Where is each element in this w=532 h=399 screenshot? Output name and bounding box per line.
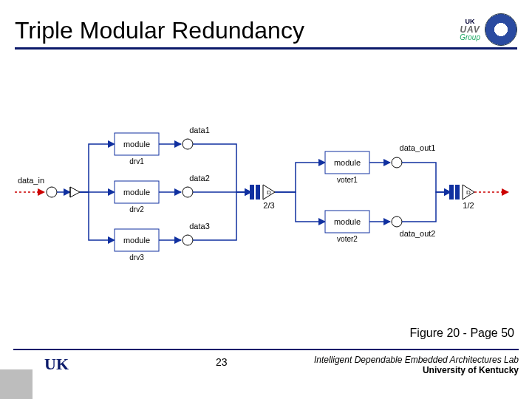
gate-label: 2/3 — [263, 201, 274, 210]
input-node-icon — [47, 187, 57, 197]
module-voter2: module voter2 data_out2 — [325, 211, 435, 243]
gate-label: 1/2 — [463, 201, 474, 210]
signal-label: data_out1 — [400, 143, 436, 152]
title-bar: Triple Modular Redundancy UK UAV Group — [15, 6, 517, 50]
module-label: module — [123, 236, 150, 245]
input-label: data_in — [18, 176, 44, 185]
uav-logo-mid: UAV — [460, 25, 480, 34]
signal-label: data1 — [189, 126, 210, 134]
left-fanout — [80, 144, 115, 240]
svg-rect-13 — [449, 185, 454, 200]
demux-icon — [70, 187, 80, 197]
slide-title: Triple Modular Redundancy — [15, 17, 304, 44]
module-label: module — [123, 188, 150, 197]
module-label: module — [123, 140, 150, 149]
module-sublabel: voter2 — [337, 235, 358, 243]
figure-caption: Figure 20 - Page 50 — [410, 327, 514, 340]
decorative-corner — [0, 369, 33, 399]
university-name: University of Kentucky — [423, 365, 519, 375]
tmr-diagram: data_in module drv1 data1 module drv2 da… — [15, 111, 517, 273]
module-label: module — [334, 217, 361, 226]
uav-logo-bottom: Group — [460, 34, 480, 41]
footer-rule — [13, 349, 519, 350]
tmr-diagram-svg: data_in module drv1 data1 module drv2 da… — [15, 111, 517, 273]
signal-node-icon — [183, 187, 193, 197]
header-logos: UK UAV Group — [460, 13, 517, 46]
signal-node-icon — [392, 157, 402, 168]
lab-name-text: Intelligent Dependable Embedded Architec… — [314, 355, 519, 365]
svg-rect-14 — [455, 185, 460, 200]
uk-logo: UK — [44, 355, 69, 374]
voter-gate-12: D 1/2 — [449, 185, 474, 210]
module-drv2: module drv2 data2 — [115, 174, 210, 214]
svg-text:D: D — [466, 189, 471, 196]
module-voter1: module voter1 data_out1 — [325, 143, 435, 184]
module-sublabel: voter1 — [337, 176, 358, 184]
signal-label: data_out2 — [400, 229, 436, 238]
uav-group-logo: UK UAV Group — [460, 18, 480, 41]
module-drv1: module drv1 data1 — [115, 126, 210, 166]
svg-text:D: D — [267, 189, 271, 196]
signal-label: data3 — [189, 222, 210, 231]
lab-attribution: Intelligent Dependable Embedded Architec… — [314, 355, 519, 376]
signal-node-icon — [392, 216, 402, 227]
module-sublabel: drv1 — [129, 157, 144, 166]
signal-node-icon — [183, 139, 193, 149]
module-sublabel: drv3 — [129, 253, 144, 262]
page-number: 23 — [216, 356, 228, 368]
svg-rect-7 — [256, 185, 260, 200]
idea-seal-icon — [485, 13, 517, 46]
signal-label: data2 — [189, 174, 210, 183]
module-sublabel: drv2 — [129, 205, 144, 214]
voter-gate-23: D 2/3 — [250, 185, 275, 210]
signal-node-icon — [183, 235, 193, 245]
module-drv3: module drv3 data3 — [115, 222, 210, 262]
right-converge — [402, 163, 451, 222]
right-fanout — [275, 163, 325, 222]
svg-rect-6 — [250, 185, 254, 200]
module-label: module — [334, 158, 361, 167]
